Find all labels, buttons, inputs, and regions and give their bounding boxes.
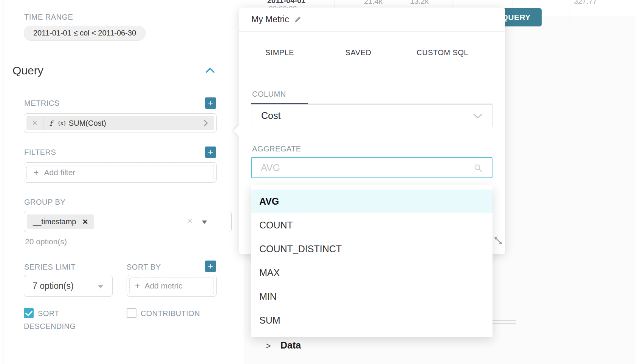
column-select[interactable]: Cost	[251, 104, 493, 127]
plus-icon: +	[34, 168, 39, 178]
table-cell-value: 21.4k	[364, 0, 383, 6]
group-by-select[interactable]: __timestamp ✕ ×	[24, 211, 232, 232]
metric-name-text: My Metric	[251, 14, 289, 25]
option-count-distinct[interactable]: COUNT_DISTINCT	[251, 237, 493, 261]
chevron-right-icon	[204, 120, 208, 126]
sort-descending-label: SORT DESCENDING	[24, 307, 103, 333]
metrics-label: METRICS	[24, 99, 60, 108]
add-filter-button[interactable]: + Add filter	[26, 165, 214, 180]
select-caret-down-icon[interactable]	[202, 221, 207, 224]
select-caret-down-icon	[98, 285, 103, 288]
tab-simple[interactable]: SIMPLE	[251, 48, 308, 57]
search-icon	[474, 163, 483, 173]
popover-resize-icon[interactable]	[493, 236, 503, 245]
time-range-pill[interactable]: 2011-01-01 ≤ col < 2011-06-30	[24, 26, 146, 41]
series-limit-select[interactable]: 7 option(s)	[24, 275, 113, 297]
plus-icon: +	[208, 148, 213, 157]
table-gridline	[570, 0, 570, 24]
chevron-down-icon	[473, 114, 482, 119]
option-min[interactable]: MIN	[251, 285, 493, 308]
option-max[interactable]: MAX	[251, 261, 493, 285]
explore-chart-builder: 2011-04-01 00:00:00 21.4k 13.2k 327.77 >…	[0, 0, 635, 364]
add-sort-metric-button[interactable]: + Add metric	[129, 278, 214, 294]
popover-header-divider	[239, 31, 505, 32]
remove-tag-icon[interactable]: ✕	[82, 217, 88, 226]
group-by-label: GROUP BY	[24, 198, 65, 207]
option-count[interactable]: COUNT	[251, 213, 493, 237]
function-icon-args: (x)	[58, 120, 66, 126]
plus-icon: +	[135, 281, 140, 291]
metric-expand-chevron[interactable]	[197, 116, 214, 130]
panel-left-border	[3, 0, 3, 364]
plus-icon: +	[208, 262, 213, 271]
metric-pill[interactable]: × f(x) SUM(Cost)	[26, 116, 214, 130]
contribution-checkbox[interactable]	[127, 308, 136, 318]
metrics-control: × f(x) SUM(Cost)	[24, 113, 217, 133]
sort-by-control: + Add metric	[127, 275, 217, 297]
sort-by-label: SORT BY	[127, 263, 161, 271]
add-filter-plus-button[interactable]: +	[205, 147, 216, 158]
add-metric-button[interactable]: +	[205, 97, 216, 109]
metric-pill-label: SUM(Cost)	[69, 119, 106, 128]
aggregate-options-dropdown: AVG COUNT COUNT_DISTINCT MAX MIN SUM	[251, 185, 493, 337]
data-panel-title[interactable]: Data	[280, 340, 301, 351]
group-by-tag-label: __timestamp	[33, 217, 76, 226]
filters-label: FILTERS	[24, 148, 56, 157]
group-by-options-hint: 20 option(s)	[25, 237, 67, 246]
table-gridline	[629, 0, 629, 24]
tab-custom-sql[interactable]: CUSTOM SQL	[402, 48, 483, 57]
series-limit-label: SERIES LIMIT	[24, 263, 76, 271]
column-select-value: Cost	[261, 110, 280, 121]
edit-pencil-icon[interactable]	[294, 16, 301, 23]
add-sort-metric-label: Add metric	[144, 281, 182, 290]
contribution-label: CONTRIBUTION	[141, 307, 200, 320]
collapse-section-chevron-up-icon[interactable]	[205, 67, 215, 73]
series-limit-value: 7 option(s)	[33, 281, 74, 291]
aggregate-label: AGGREGATE	[252, 145, 301, 153]
plus-icon: +	[208, 99, 213, 108]
add-sort-metric-plus-button[interactable]: +	[205, 261, 216, 272]
table-cell-value: 327.77	[574, 0, 597, 6]
option-avg[interactable]: AVG	[251, 190, 493, 213]
add-filter-label: Add filter	[44, 168, 75, 177]
data-panel-chevron-icon[interactable]: >	[266, 341, 271, 351]
query-section-title: Query	[12, 64, 43, 77]
column-label: COLUMN	[252, 90, 286, 99]
aggregate-search-input[interactable]: AVG	[251, 157, 493, 178]
function-icon: f	[50, 119, 52, 127]
tab-saved[interactable]: SAVED	[330, 48, 387, 57]
table-cell-value: 13.2k	[410, 0, 429, 6]
clear-select-icon[interactable]: ×	[187, 216, 192, 226]
metric-popover-title: My Metric	[251, 14, 301, 25]
aggregate-placeholder: AVG	[261, 162, 280, 173]
option-sum[interactable]: SUM	[251, 308, 493, 332]
popover-pointer	[233, 125, 245, 136]
section-divider	[12, 89, 227, 89]
filters-control: + Add filter	[24, 162, 217, 183]
group-by-tag[interactable]: __timestamp ✕	[27, 214, 94, 229]
time-range-label: TIME RANGE	[24, 13, 73, 22]
remove-metric-icon[interactable]: ×	[26, 116, 43, 130]
